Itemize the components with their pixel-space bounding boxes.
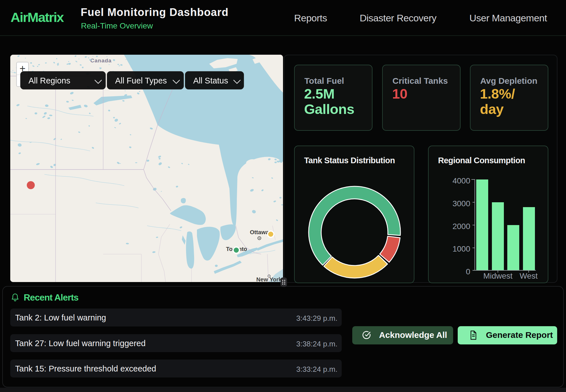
svg-text:4000: 4000 (453, 176, 470, 185)
svg-text:0: 0 (466, 267, 470, 276)
svg-text:Ottawa: Ottawa (250, 229, 269, 235)
svg-text:1000: 1000 (453, 244, 470, 253)
svg-text:3000: 3000 (453, 199, 470, 208)
svg-text:Canada: Canada (90, 58, 112, 64)
svg-text:Midwest: Midwest (483, 271, 513, 280)
svg-text:West: West (520, 271, 538, 280)
svg-text:New York: New York (256, 276, 282, 282)
svg-text:2000: 2000 (453, 222, 470, 231)
